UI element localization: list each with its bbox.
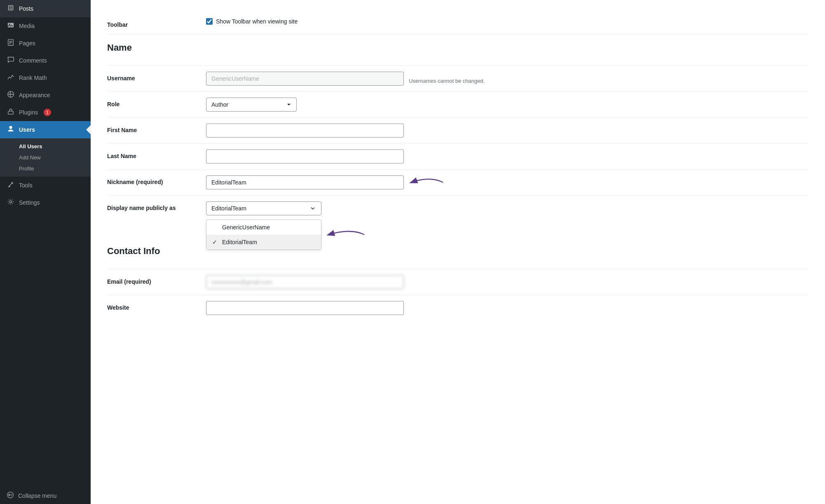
- nickname-input[interactable]: [206, 175, 404, 189]
- website-row: Website: [107, 295, 809, 321]
- toolbar-row: Toolbar Show Toolbar when viewing site: [107, 12, 809, 34]
- checkmark-selected: ✓: [212, 239, 219, 245]
- display-option-generic[interactable]: GenericUserName: [206, 220, 321, 235]
- first-name-field: [206, 124, 809, 138]
- role-row: Role Author Editor Subscriber Contributo…: [107, 91, 809, 117]
- sidebar-item-comments[interactable]: Comments: [0, 52, 91, 69]
- sidebar-active-arrow: [86, 125, 91, 135]
- submenu-all-users[interactable]: All Users: [0, 141, 91, 152]
- chevron-down-icon: [309, 205, 316, 212]
- nickname-arrow-annotation: [408, 175, 445, 190]
- plugins-badge: 1: [44, 109, 51, 116]
- settings-icon: [7, 198, 15, 207]
- last-name-input[interactable]: [206, 149, 404, 163]
- last-name-label: Last Name: [107, 149, 206, 159]
- svg-point-7: [9, 201, 12, 203]
- email-row: Email (required) // Set blurred email di…: [107, 269, 809, 295]
- users-submenu: All Users Add New Profile: [0, 138, 91, 177]
- sidebar-item-comments-label: Comments: [19, 57, 47, 64]
- comments-icon: [7, 56, 15, 65]
- svg-rect-6: [8, 111, 14, 114]
- media-icon: [7, 21, 15, 30]
- display-name-label: Display name publicly as: [107, 201, 206, 211]
- username-row: Username Usernames cannot be changed.: [107, 65, 809, 91]
- sidebar-item-users[interactable]: Users: [0, 121, 91, 138]
- tools-icon: [7, 181, 15, 190]
- plugins-icon: [7, 108, 15, 117]
- toolbar-label: Toolbar: [107, 18, 206, 28]
- role-label: Role: [107, 98, 206, 107]
- users-icon: [7, 125, 15, 134]
- sidebar-item-appearance[interactable]: Appearance: [0, 86, 91, 104]
- sidebar-item-posts[interactable]: Posts: [0, 0, 91, 17]
- last-name-row: Last Name: [107, 143, 809, 169]
- website-field: [206, 301, 809, 315]
- username-input: [206, 72, 404, 86]
- email-input[interactable]: [206, 275, 404, 289]
- nickname-field: [206, 175, 809, 189]
- sidebar-item-appearance-label: Appearance: [19, 92, 50, 98]
- sidebar-item-media-label: Media: [19, 23, 35, 29]
- section-name-title: Name: [107, 42, 809, 57]
- sidebar-item-media[interactable]: Media: [0, 17, 91, 35]
- sidebar-item-tools[interactable]: Tools: [0, 177, 91, 194]
- submenu-add-new[interactable]: Add New: [0, 152, 91, 163]
- display-name-dropdown: GenericUserName ✓ EditorialTeam: [206, 219, 321, 250]
- sidebar-item-tools-label: Tools: [19, 182, 33, 189]
- display-name-field: EditorialTeam GenericUserName ✓ Editoria…: [206, 201, 809, 215]
- toolbar-checkbox[interactable]: [206, 18, 213, 25]
- nickname-row: Nickname (required): [107, 169, 809, 195]
- display-name-row: Display name publicly as EditorialTeam G…: [107, 195, 809, 221]
- toolbar-check: Show Toolbar when viewing site: [206, 18, 298, 25]
- sidebar: Posts Media Pages Comments Rank Math App…: [0, 0, 91, 504]
- collapse-menu-label: Collapse menu: [18, 492, 56, 499]
- submenu-profile[interactable]: Profile: [0, 163, 91, 174]
- role-select[interactable]: Author Editor Subscriber Contributor Adm…: [206, 98, 297, 112]
- sidebar-item-users-label: Users: [19, 126, 35, 133]
- sidebar-item-rank-math[interactable]: Rank Math: [0, 69, 91, 86]
- username-field: Usernames cannot be changed.: [206, 72, 809, 86]
- main-content: Toolbar Show Toolbar when viewing site N…: [91, 0, 825, 504]
- pages-icon: [7, 39, 15, 48]
- display-option-editorial-label: EditorialTeam: [222, 239, 257, 245]
- nickname-label: Nickname (required): [107, 175, 206, 185]
- toolbar-checkbox-label: Show Toolbar when viewing site: [216, 18, 298, 25]
- last-name-field: [206, 149, 809, 163]
- first-name-row: First Name: [107, 117, 809, 143]
- display-option-editorial[interactable]: ✓ EditorialTeam: [206, 235, 321, 250]
- sidebar-item-settings[interactable]: Settings: [0, 194, 91, 211]
- website-input[interactable]: [206, 301, 404, 315]
- display-option-generic-label: GenericUserName: [222, 224, 270, 231]
- username-label: Username: [107, 72, 206, 82]
- sidebar-item-plugins[interactable]: Plugins 1: [0, 104, 91, 121]
- sidebar-item-plugins-label: Plugins: [19, 109, 38, 116]
- content-wrap: Toolbar Show Toolbar when viewing site N…: [91, 0, 825, 504]
- checkmark-empty: [212, 224, 219, 231]
- display-arrow-annotation: [325, 227, 366, 242]
- collapse-menu[interactable]: Collapse menu: [0, 487, 91, 504]
- display-name-select[interactable]: EditorialTeam: [206, 201, 321, 215]
- first-name-label: First Name: [107, 124, 206, 133]
- sidebar-item-pages[interactable]: Pages: [0, 35, 91, 52]
- email-field: // Set blurred email display via DOM aft…: [206, 275, 809, 289]
- display-name-selected-value: EditorialTeam: [211, 205, 309, 212]
- email-label: Email (required): [107, 275, 206, 285]
- appearance-icon: [7, 91, 15, 100]
- username-note: Usernames cannot be changed.: [409, 74, 485, 84]
- sidebar-item-rank-math-label: Rank Math: [19, 75, 47, 81]
- role-field: Author Editor Subscriber Contributor Adm…: [206, 98, 809, 112]
- collapse-icon: [7, 491, 14, 500]
- rank-math-icon: [7, 73, 15, 82]
- first-name-input[interactable]: [206, 124, 404, 138]
- sidebar-item-settings-label: Settings: [19, 199, 40, 206]
- sidebar-item-posts-label: Posts: [19, 5, 33, 12]
- posts-icon: [7, 4, 15, 13]
- website-label: Website: [107, 301, 206, 311]
- sidebar-item-pages-label: Pages: [19, 40, 35, 47]
